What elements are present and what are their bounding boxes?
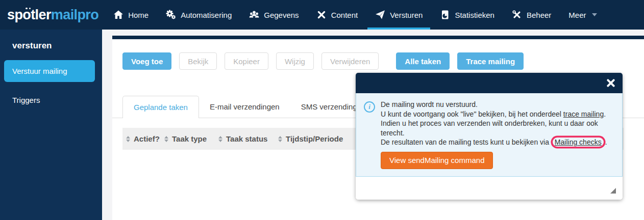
sort-icon[interactable]: [278, 136, 282, 142]
nav-item-label: Statistieken: [455, 11, 494, 19]
column-label: Actief?: [134, 134, 160, 143]
home-icon: [113, 10, 123, 20]
column-label: Taak status: [226, 134, 267, 143]
sidebar-item-triggers[interactable]: Triggers: [0, 82, 102, 104]
nav-item-content[interactable]: Content: [308, 0, 367, 30]
trace-mailing-button[interactable]: Trace mailing: [457, 52, 524, 70]
sidebar-item-label: Verstuur mailing: [12, 67, 67, 75]
add-task-button[interactable]: Voeg toe: [122, 52, 171, 70]
users-icon: [249, 10, 259, 20]
nav-item-automatisering[interactable]: Automatisering: [157, 0, 240, 30]
tools-icon: [512, 10, 522, 20]
dialog-footer: [356, 177, 623, 200]
all-tasks-button[interactable]: Alle taken: [396, 52, 450, 70]
nav-item-label: Home: [128, 11, 148, 19]
mailing-checks-link[interactable]: Mailing checks: [555, 138, 602, 146]
brand-logo[interactable]: spotlermailpro: [7, 7, 98, 23]
sidebar-item-verstuur-mailing[interactable]: Verstuur mailing: [4, 60, 95, 82]
column-label: Taak type: [172, 134, 207, 143]
sort-icon[interactable]: [126, 136, 130, 142]
view-task-button[interactable]: Bekijk: [179, 52, 217, 70]
logo-text-secondary: mailpro: [51, 7, 98, 22]
nav-item-label: Meer: [568, 11, 586, 19]
message-line-2: U kunt de voortgang ook "live" bekijken,…: [381, 110, 563, 118]
message-line-2-end: .: [604, 110, 606, 118]
nav-item-meer[interactable]: Meer: [560, 0, 605, 30]
highlight-annotation: Mailing checks: [553, 138, 604, 147]
nav-item-label: Gegevens: [264, 11, 299, 19]
dialog-message: De mailing wordt nu verstuurd. U kunt de…: [381, 100, 615, 169]
top-navigation-bar: spotlermailpro Home: [0, 0, 644, 30]
edit-task-button[interactable]: Wijzig: [276, 52, 314, 70]
chevron-down-icon: [592, 13, 597, 16]
sort-icon[interactable]: [164, 136, 168, 142]
report-icon: [440, 10, 450, 20]
column-header-taak-status: Taak status: [218, 134, 278, 143]
sidebar-heading: versturen: [0, 30, 102, 51]
column-label: Tijdstip/Periode: [286, 134, 343, 143]
sidebar-item-label: Triggers: [12, 96, 40, 104]
close-icon[interactable]: [606, 78, 615, 88]
nav-item-gegevens[interactable]: Gegevens: [240, 0, 307, 30]
pencils-icon: [316, 10, 327, 20]
nav-item-beheer[interactable]: Beheer: [503, 0, 560, 30]
nav-item-label: Versturen: [390, 11, 423, 19]
column-header-actief: Actief?: [122, 134, 164, 143]
nav-item-home[interactable]: Home: [105, 0, 157, 30]
info-icon: i: [364, 101, 375, 113]
tab-email-verzendingen[interactable]: E-mail verzendingen: [199, 96, 290, 118]
sidebar: versturen Verstuur mailing Triggers: [0, 30, 102, 220]
logo-text-primary: spotler: [7, 7, 51, 22]
nav-item-label: Content: [331, 11, 358, 19]
nav-item-statistieken[interactable]: Statistieken: [431, 0, 503, 30]
mailing-sent-dialog: i De mailing wordt nu verstuurd. U kunt …: [356, 73, 623, 200]
message-line-1: De mailing wordt nu verstuurd.: [381, 100, 478, 108]
task-toolbar: Voeg toe Bekijk Kopieer Wijzig Verwijder…: [122, 52, 644, 70]
message-line-3: Indien u het proces van verzenden wilt o…: [381, 119, 598, 137]
logo-o-dots: [26, 8, 28, 10]
resize-handle-icon[interactable]: [610, 188, 616, 194]
dialog-header: [356, 73, 623, 93]
message-line-4: De resultaten van de mailing tests kunt …: [381, 138, 551, 146]
nav-item-label: Beheer: [527, 11, 551, 19]
trace-mailing-link[interactable]: trace mailing: [563, 110, 604, 118]
nav-item-label: Automatisering: [181, 11, 232, 19]
paper-plane-icon: [375, 10, 385, 20]
main-menu: Home: [105, 0, 605, 30]
copy-task-button[interactable]: Kopieer: [225, 52, 268, 70]
gears-icon: [166, 10, 176, 20]
view-sendmailing-command-button[interactable]: View sendMailing command: [381, 152, 493, 170]
tab-geplande-taken[interactable]: Geplande taken: [122, 96, 199, 118]
sort-icon[interactable]: [218, 136, 222, 142]
dialog-body: i De mailing wordt nu verstuurd. U kunt …: [356, 93, 623, 177]
message-line-4-end: .: [605, 138, 607, 146]
nav-item-versturen[interactable]: Versturen: [366, 0, 431, 30]
delete-task-button[interactable]: Verwijderen: [321, 52, 379, 70]
column-header-taak-type: Taak type: [164, 134, 218, 143]
